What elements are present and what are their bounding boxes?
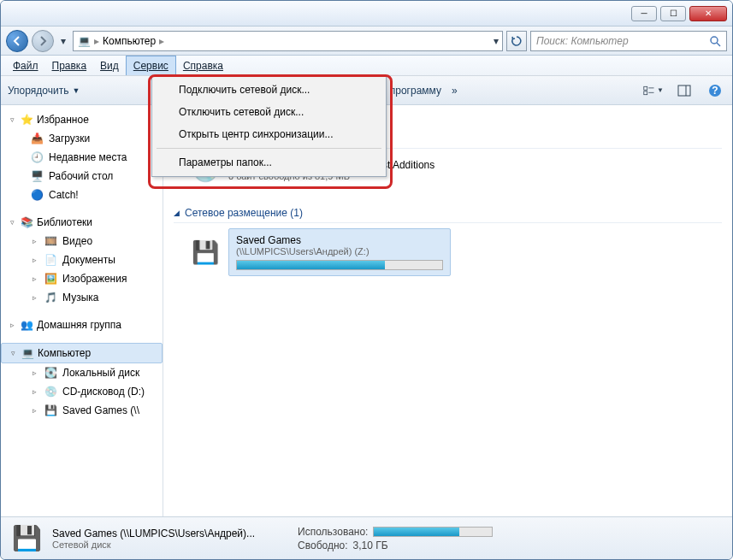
recent-icon: 🕘 xyxy=(30,150,44,164)
homegroup-header[interactable]: ▹ 👥 Домашняя группа xyxy=(1,315,163,334)
network-drive-path: (\\LUMPICS\Users\Андрей) (Z:) xyxy=(236,246,443,256)
svg-rect-2 xyxy=(644,86,647,90)
menu-file[interactable]: Файл xyxy=(6,56,45,75)
collapse-icon: ◢ xyxy=(174,209,180,217)
help-button[interactable]: ? xyxy=(705,80,725,101)
network-drive-item[interactable]: 💾 Saved Games (\\LUMPICS\Users\Андрей) (… xyxy=(174,223,722,281)
search-input[interactable]: Поиск: Компьютер xyxy=(530,31,727,51)
crumb-separator-icon: ▸ xyxy=(159,35,164,47)
svg-line-1 xyxy=(717,43,720,46)
expand-icon: ▹ xyxy=(8,321,16,329)
disk-icon: 💽 xyxy=(44,366,57,380)
disconnect-network-drive[interactable]: Отключить сетевой диск... xyxy=(155,101,383,123)
usage-bar-fill xyxy=(237,261,385,269)
sidebar-network-drive[interactable]: ▹💾Saved Games (\\ xyxy=(1,401,163,420)
preview-pane-button[interactable] xyxy=(674,80,695,101)
expand-icon: ▹ xyxy=(30,256,38,264)
map-network-drive[interactable]: Подключить сетевой диск... xyxy=(155,79,383,101)
menu-view[interactable]: Вид xyxy=(93,56,126,75)
status-subtitle: Сетевой диск xyxy=(52,539,255,550)
sidebar-pictures[interactable]: ▹🖼️Изображения xyxy=(1,269,163,288)
minimize-button[interactable]: ─ xyxy=(631,6,657,21)
back-button[interactable] xyxy=(6,30,28,52)
free-label: Свободно: xyxy=(298,539,348,551)
sidebar-catch[interactable]: 🔵Catch! xyxy=(1,186,163,204)
expand-icon: ▹ xyxy=(30,293,38,302)
refresh-button[interactable] xyxy=(506,31,527,51)
video-icon: 🎞️ xyxy=(44,234,57,248)
catch-icon: 🔵 xyxy=(30,188,44,202)
search-placeholder: Поиск: Компьютер xyxy=(536,35,629,47)
toolbar-more[interactable]: » xyxy=(452,85,458,97)
details-pane: 💾 Saved Games (\\LUMPICS\Users\Андрей)..… xyxy=(1,516,732,559)
navigation-pane: ▿ ⭐ Избранное 📥Загрузки 🕘Недавние места … xyxy=(1,105,163,516)
usage-bar xyxy=(236,260,443,270)
crumb-separator-icon: ▸ xyxy=(94,35,99,47)
network-drive-icon: 💾 xyxy=(189,236,222,268)
sidebar-desktop[interactable]: 🖥️Рабочий стол xyxy=(1,167,163,186)
expand-icon: ▹ xyxy=(30,406,38,415)
svg-point-0 xyxy=(711,37,718,44)
maximize-button[interactable]: ☐ xyxy=(660,6,686,21)
sidebar-recent[interactable]: 🕘Недавние места xyxy=(1,148,163,167)
expand-icon: ▹ xyxy=(30,368,38,377)
search-icon xyxy=(709,35,721,47)
history-dropdown[interactable]: ▾ xyxy=(57,32,69,50)
breadcrumb-computer[interactable]: Компьютер xyxy=(103,35,156,47)
computer-icon: 💻 xyxy=(21,346,34,360)
svg-text:?: ? xyxy=(712,85,718,97)
collapse-icon: ▿ xyxy=(9,349,17,357)
sidebar-documents[interactable]: ▹📄Документы xyxy=(1,251,163,269)
sidebar-downloads[interactable]: 📥Загрузки xyxy=(1,129,163,148)
computer-icon: 💻 xyxy=(77,34,91,48)
dropdown-separator xyxy=(157,148,381,149)
open-sync-center[interactable]: Открыть центр синхронизации... xyxy=(155,123,383,145)
network-drive-icon: 💾 xyxy=(9,522,44,556)
titlebar: ─ ☐ ✕ xyxy=(1,1,732,27)
menubar: Файл Правка Вид Сервис Справка Подключит… xyxy=(1,56,732,76)
menu-help[interactable]: Справка xyxy=(176,56,230,75)
address-dropdown-icon[interactable]: ▾ xyxy=(494,35,499,47)
tools-dropdown: Подключить сетевой диск... Отключить сет… xyxy=(151,75,387,177)
cd-icon: 💿 xyxy=(44,385,57,398)
netdrive-icon: 💾 xyxy=(44,404,57,417)
sidebar-music[interactable]: ▹🎵Музыка xyxy=(1,288,163,307)
view-mode-button[interactable]: ▼ xyxy=(643,80,664,101)
collapse-icon: ▿ xyxy=(8,218,16,227)
libraries-group: ▿ 📚 Библиотеки ▹🎞️Видео ▹📄Документы ▹🖼️И… xyxy=(1,213,163,307)
star-icon: ⭐ xyxy=(20,113,33,127)
libraries-header[interactable]: ▿ 📚 Библиотеки xyxy=(1,213,163,232)
desktop-icon: 🖥️ xyxy=(30,169,44,183)
menu-edit[interactable]: Правка xyxy=(45,56,94,75)
used-label: Использовано: xyxy=(298,526,368,538)
libraries-icon: 📚 xyxy=(20,215,33,229)
status-title: Saved Games (\\LUMPICS\Users\Андрей)... xyxy=(52,528,255,539)
favorites-header[interactable]: ▿ ⭐ Избранное xyxy=(1,110,163,129)
sidebar-videos[interactable]: ▹🎞️Видео xyxy=(1,232,163,251)
computer-group: ▿ 💻 Компьютер ▹💽Локальный диск ▹💿CD-диск… xyxy=(1,343,163,420)
sidebar-local-disk[interactable]: ▹💽Локальный диск xyxy=(1,363,163,382)
computer-header[interactable]: ▿ 💻 Компьютер xyxy=(1,343,163,363)
homegroup-icon: 👥 xyxy=(20,318,33,332)
music-icon: 🎵 xyxy=(44,291,57,304)
documents-icon: 📄 xyxy=(44,253,57,267)
address-bar: ▾ 💻 ▸ Компьютер ▸ ▾ Поиск: Компьютер xyxy=(1,27,732,56)
organize-button[interactable]: Упорядочить▼ xyxy=(8,85,80,97)
favorites-group: ▿ ⭐ Избранное 📥Загрузки 🕘Недавние места … xyxy=(1,110,163,204)
close-button[interactable]: ✕ xyxy=(689,6,727,21)
folder-options[interactable]: Параметры папок... xyxy=(155,151,383,174)
network-location-header[interactable]: ◢ Сетевое размещение (1) xyxy=(174,203,722,223)
network-location-category: ◢ Сетевое размещение (1) 💾 Saved Games (… xyxy=(174,203,722,281)
menu-tools[interactable]: Сервис xyxy=(126,56,176,75)
address-box[interactable]: 💻 ▸ Компьютер ▸ ▾ xyxy=(73,31,503,51)
downloads-icon: 📥 xyxy=(30,132,44,145)
forward-button[interactable] xyxy=(32,30,54,52)
pictures-icon: 🖼️ xyxy=(44,272,57,286)
svg-rect-6 xyxy=(678,85,690,96)
status-usage-bar xyxy=(373,527,493,537)
expand-icon: ▹ xyxy=(30,387,38,396)
sidebar-cd-drive[interactable]: ▹💿CD-дисковод (D:) xyxy=(1,382,163,401)
expand-icon: ▹ xyxy=(30,237,38,245)
free-value: 3,10 ГБ xyxy=(353,539,388,551)
network-drive-name: Saved Games xyxy=(236,234,443,246)
